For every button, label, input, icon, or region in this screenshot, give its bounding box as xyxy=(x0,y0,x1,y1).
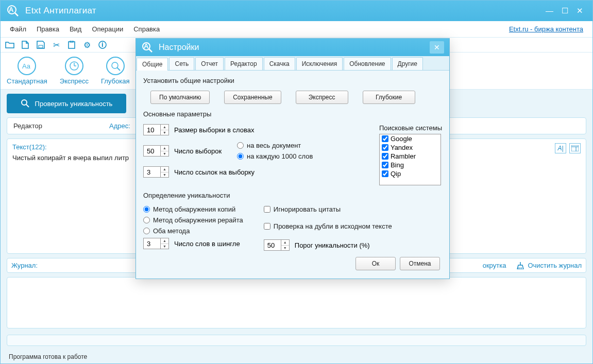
scope-whole-label: на весь документ xyxy=(247,142,301,149)
dialog-body: Установить общие настройки По умолчанию … xyxy=(136,71,449,279)
search-engines-list[interactable]: Google Yandex Rambler Bing Qip xyxy=(379,134,441,185)
check-dupes-checkbox[interactable]: Проверка на дубли в исходном тексте xyxy=(264,222,392,230)
svg-text:A: A xyxy=(9,6,14,13)
spin-down-icon[interactable]: ▼ xyxy=(281,246,289,251)
links-count-label: Число ссылок на выборку xyxy=(174,168,255,176)
ignore-quotes-label: Игнорировать цитаты xyxy=(274,205,341,213)
sample-size-value: 10 xyxy=(147,126,154,134)
settings-icon[interactable]: ⚙ xyxy=(82,40,92,50)
spin-up-icon[interactable]: ▲ xyxy=(161,125,168,130)
new-file-icon[interactable] xyxy=(20,40,30,50)
method-rewrite-radio[interactable]: Метод обнаружения рерайта xyxy=(143,216,243,224)
tab-report[interactable]: Отчет xyxy=(195,57,224,70)
shingle-spinner[interactable]: 3▲▼ xyxy=(143,238,169,249)
mode-deep[interactable]: Глубокая xyxy=(101,57,129,85)
menu-help[interactable]: Справка xyxy=(128,24,165,34)
editor-label: Редактор xyxy=(13,122,42,130)
menu-bar: Файл Правка Вид Операции Справка Etxt.ru… xyxy=(1,21,592,38)
menu-view[interactable]: Вид xyxy=(64,24,87,34)
method-both-radio[interactable]: Оба метода xyxy=(143,227,243,235)
save-icon[interactable] xyxy=(36,40,46,50)
open-folder-icon[interactable] xyxy=(5,40,15,50)
cut-icon[interactable]: ✂ xyxy=(51,40,61,50)
search-icon xyxy=(21,99,30,108)
window-title: Etxt Антиплагиат xyxy=(25,6,544,16)
maximize-button[interactable]: ☐ xyxy=(560,6,570,15)
clear-journal-button[interactable]: Очистить журнал xyxy=(516,262,582,269)
preset-default-button[interactable]: По умолчанию xyxy=(150,91,210,104)
engine-rambler[interactable]: Rambler xyxy=(380,152,440,161)
text-count-label: Текст(122): xyxy=(12,143,47,151)
spin-down-icon[interactable]: ▼ xyxy=(161,172,168,178)
svg-line-23 xyxy=(149,49,152,52)
text-layout-icon[interactable] xyxy=(569,143,581,153)
spin-up-icon[interactable]: ▲ xyxy=(161,238,168,244)
scope-per1000-label: на каждую 1000 слов xyxy=(247,152,313,160)
express-mode-icon xyxy=(65,57,83,75)
links-count-spinner[interactable]: 3▲▼ xyxy=(143,166,169,178)
sample-size-spinner[interactable]: 10▲▼ xyxy=(143,124,169,135)
svg-line-15 xyxy=(26,105,29,107)
tab-general[interactable]: Общие xyxy=(137,58,168,71)
tab-other[interactable]: Другие xyxy=(392,57,423,70)
settings-dialog: A Настройки ✕ Общие Сеть Отчет Редактор … xyxy=(135,38,450,279)
paste-icon[interactable] xyxy=(66,40,77,50)
spin-down-icon[interactable]: ▼ xyxy=(161,151,168,157)
spin-up-icon[interactable]: ▲ xyxy=(161,146,168,151)
tab-download[interactable]: Скачка xyxy=(264,57,295,70)
spin-down-icon[interactable]: ▼ xyxy=(161,130,168,135)
check-uniqueness-button[interactable]: Проверить уникальность xyxy=(7,94,126,113)
mode-express[interactable]: Экспресс xyxy=(60,57,89,85)
menu-edit[interactable]: Правка xyxy=(31,24,64,34)
sample-size-label: Размер выборки в словах xyxy=(174,126,254,134)
tab-editor[interactable]: Редактор xyxy=(225,57,263,70)
close-button[interactable]: ✕ xyxy=(574,6,585,15)
dialog-close-button[interactable]: ✕ xyxy=(430,41,444,54)
ok-button[interactable]: Ок xyxy=(355,257,396,270)
spin-up-icon[interactable]: ▲ xyxy=(281,240,289,246)
journal-scroll-link[interactable]: окрутка xyxy=(483,262,506,269)
dialog-title-bar: A Настройки ✕ xyxy=(136,39,449,56)
ignore-quotes-checkbox[interactable]: Игнорировать цитаты xyxy=(264,205,392,213)
engine-qip[interactable]: Qip xyxy=(380,169,440,178)
tab-exclusions[interactable]: Исключения xyxy=(296,57,343,70)
presets-label: Установить общие настройки xyxy=(143,77,442,84)
standard-mode-icon: Aa xyxy=(18,57,36,75)
preset-express-button[interactable]: Экспресс xyxy=(296,91,348,104)
svg-rect-16 xyxy=(571,145,579,151)
menu-operations[interactable]: Операции xyxy=(87,24,128,34)
scope-whole-radio[interactable]: на весь документ xyxy=(237,142,313,149)
cancel-button[interactable]: Отмена xyxy=(400,257,440,270)
threshold-label: Порог уникальности (%) xyxy=(295,241,370,249)
preset-deep-button[interactable]: Глубокие xyxy=(363,91,415,104)
tab-network[interactable]: Сеть xyxy=(169,57,194,70)
engine-google[interactable]: Google xyxy=(380,134,440,143)
minimize-button[interactable]: — xyxy=(544,6,555,15)
spin-up-icon[interactable]: ▲ xyxy=(161,167,168,172)
scope-per1000-radio[interactable]: на каждую 1000 слов xyxy=(237,152,313,160)
shingle-value: 3 xyxy=(147,240,150,248)
tab-update[interactable]: Обновление xyxy=(344,57,391,70)
preset-saved-button[interactable]: Сохраненные xyxy=(224,91,281,104)
search-engines-label: Поисковые системы xyxy=(379,124,442,132)
menu-file[interactable]: Файл xyxy=(5,24,31,34)
app-logo-icon: A xyxy=(6,4,20,18)
mode-standard[interactable]: Aa Стандартная xyxy=(7,57,47,85)
threshold-spinner[interactable]: 50▲▼ xyxy=(264,239,290,251)
engine-yandex[interactable]: Yandex xyxy=(380,143,440,152)
method-copy-label: Метод обнаружения копий xyxy=(153,205,235,213)
mode-deep-label: Глубокая xyxy=(101,77,129,85)
engine-bing[interactable]: Bing xyxy=(380,161,440,169)
method-rewrite-label: Метод обнаружения рерайта xyxy=(153,216,243,224)
text-select-icon[interactable]: A| xyxy=(555,143,566,153)
method-copy-radio[interactable]: Метод обнаружения копий xyxy=(143,205,243,213)
etxt-link[interactable]: Etxt.ru - биржа контента xyxy=(509,25,588,33)
spin-down-icon[interactable]: ▼ xyxy=(161,244,168,249)
mode-express-label: Экспресс xyxy=(60,77,89,85)
mode-standard-label: Стандартная xyxy=(7,77,47,85)
info-icon[interactable]: i xyxy=(97,40,108,50)
svg-line-1 xyxy=(15,13,18,16)
dialog-logo-icon: A xyxy=(141,41,154,54)
sample-count-spinner[interactable]: 50▲▼ xyxy=(143,145,169,157)
journal-label: Журнал: xyxy=(11,262,38,269)
